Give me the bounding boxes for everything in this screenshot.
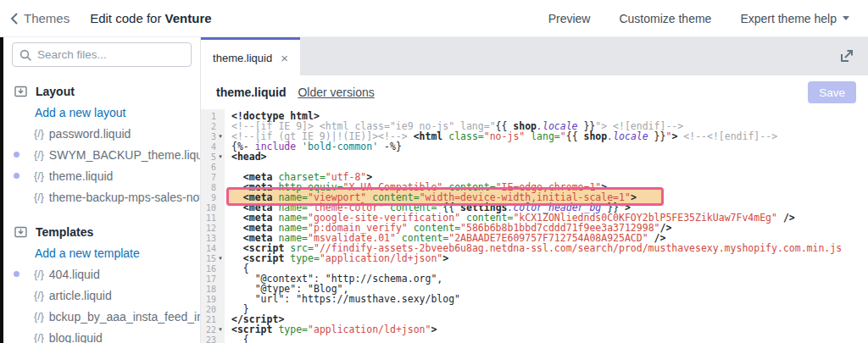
section-header: Layout — [3, 80, 200, 102]
preview-link[interactable]: Preview — [548, 12, 591, 25]
file-item[interactable]: {/}404.liquid — [3, 263, 200, 285]
line-number: 11 — [206, 213, 216, 223]
section-header: Templates — [3, 221, 200, 242]
file-name: article.liquid — [49, 289, 112, 302]
gutter-line: 15▾ — [201, 253, 225, 263]
code-file-icon: {/} — [34, 170, 44, 182]
file-item[interactable]: {/}bckup_by_aaa_insta_feed_inde — [3, 306, 200, 327]
code-line: } — [231, 304, 868, 314]
expert-theme-help-menu[interactable]: Expert theme help — [740, 12, 849, 25]
code-file-icon: {/} — [34, 191, 44, 203]
gutter-line: 22▾ — [201, 324, 225, 335]
search-files-input[interactable] — [37, 48, 164, 61]
file-name: blog.liquid — [49, 331, 103, 343]
topbar: Themes Edit code for Venture Preview Cus… — [0, 0, 868, 37]
code-line: "url": "https://musthave.sexy/blog" — [231, 294, 868, 304]
file-sidebar: LayoutAdd a new layout{/}password.liquid… — [3, 37, 201, 343]
gutter-line: 20 — [201, 304, 225, 314]
file-item[interactable]: {/}password.liquid — [3, 123, 200, 144]
gutter-line: 5▾ — [201, 152, 225, 162]
topbar-actions: Preview Customize theme Expert theme hel… — [548, 12, 868, 25]
gutter-line: 17 — [201, 274, 225, 284]
code-line: <head> — [231, 152, 868, 162]
unsaved-dot — [14, 271, 24, 277]
line-number: 15 — [206, 254, 216, 263]
code-file-icon: {/} — [34, 311, 44, 323]
file-item[interactable]: {/}theme-backup-mps-sales-not — [3, 186, 200, 207]
save-button[interactable]: Save — [808, 81, 856, 103]
fold-caret-icon[interactable]: ▾ — [216, 131, 225, 141]
unsaved-dot — [14, 173, 24, 179]
gutter-line: 8 — [201, 182, 225, 192]
older-versions-link[interactable]: Older versions — [298, 86, 374, 99]
line-number: 17 — [206, 274, 216, 284]
fold-caret-icon[interactable]: ▾ — [216, 253, 225, 263]
file-item[interactable]: {/}SWYM_BACKUP_theme.liquid — [3, 144, 200, 165]
code-area[interactable]: 123▾45▾6789101112131415▾16171819202122▾2… — [201, 109, 868, 343]
fold-caret-icon[interactable]: ▾ — [216, 152, 225, 162]
line-number: 23 — [206, 335, 216, 343]
search-files-box — [12, 42, 192, 67]
gutter-line: 12 — [201, 223, 225, 233]
line-number: 8 — [211, 183, 216, 192]
gutter-line: 13 — [201, 233, 225, 243]
shopify-theme-code-editor: Themes Edit code for Venture Preview Cus… — [0, 0, 868, 343]
code-line: {%- include 'bold-common' -%} — [231, 141, 868, 152]
file-toolbar: theme.liquid Older versions Save — [201, 75, 868, 109]
line-number: 2 — [211, 122, 216, 131]
line-number: 9 — [211, 193, 216, 202]
gutter-line: 7 — [201, 172, 225, 182]
file-name: bckup_by_aaa_insta_feed_inde — [49, 310, 200, 324]
section-title: Layout — [36, 85, 75, 98]
file-item[interactable]: {/}theme.liquid — [3, 165, 200, 186]
line-number: 7 — [211, 173, 216, 182]
line-number: 1 — [211, 112, 216, 121]
tab-label: theme.liquid — [213, 52, 272, 64]
gutter-line: 11 — [201, 213, 225, 223]
tab-bar: theme.liquid × — [201, 37, 868, 75]
code-line: <script type="application/ld+json"> — [231, 324, 868, 335]
line-number: 4 — [211, 142, 216, 152]
unsaved-dot — [14, 152, 24, 158]
line-number: 20 — [206, 305, 216, 314]
code-file-icon: {/} — [34, 268, 44, 280]
line-number: 13 — [206, 234, 216, 243]
gutter-line: 19 — [201, 294, 225, 304]
file-name: 404.liquid — [49, 268, 100, 281]
back-label: Themes — [24, 11, 70, 25]
file-sections: LayoutAdd a new layout{/}password.liquid… — [3, 80, 200, 343]
line-number: 12 — [206, 224, 216, 233]
file-item[interactable]: {/}article.liquid — [3, 285, 200, 306]
add-new-link[interactable]: Add a new layout — [35, 102, 200, 123]
code-line: <script type="application/ld+json"> — [231, 253, 868, 263]
folder-icon — [14, 224, 28, 239]
line-number: 19 — [206, 295, 216, 304]
add-new-link[interactable]: Add a new template — [35, 242, 200, 263]
code-file-icon: {/} — [34, 290, 44, 302]
gutter-line: 18 — [201, 284, 225, 294]
code-file-icon: {/} — [34, 149, 44, 161]
file-name: SWYM_BACKUP_theme.liquid — [49, 148, 200, 162]
fold-caret-icon[interactable]: ▾ — [216, 324, 225, 335]
code-line: { — [231, 335, 868, 343]
file-item[interactable]: {/}blog.liquid — [3, 327, 200, 343]
line-number: 6 — [211, 163, 216, 172]
gutter-line: 6 — [201, 162, 225, 172]
gutter-line: 16 — [201, 263, 225, 274]
line-number: 10 — [206, 203, 216, 213]
close-tab-icon[interactable]: × — [281, 52, 288, 64]
code-editor-pane: theme.liquid × theme.liquid Older versio… — [201, 37, 868, 343]
back-to-themes-link[interactable]: Themes — [10, 11, 70, 25]
gutter-line: 14 — [201, 243, 225, 253]
gutter-line: 4 — [201, 141, 225, 152]
file-title: theme.liquid — [216, 86, 286, 99]
gutter-line: 10 — [201, 202, 225, 213]
gutter-line: 3▾ — [201, 131, 225, 141]
tab-theme-liquid[interactable]: theme.liquid × — [201, 37, 300, 75]
code-file-icon: {/} — [34, 332, 44, 343]
customize-theme-link[interactable]: Customize theme — [619, 12, 711, 25]
expand-editor-icon[interactable] — [837, 47, 856, 65]
gutter-line: 1 — [201, 111, 225, 121]
sidebar-section: TemplatesAdd a new template{/}404.liquid… — [3, 221, 200, 343]
line-number: 21 — [206, 315, 216, 324]
